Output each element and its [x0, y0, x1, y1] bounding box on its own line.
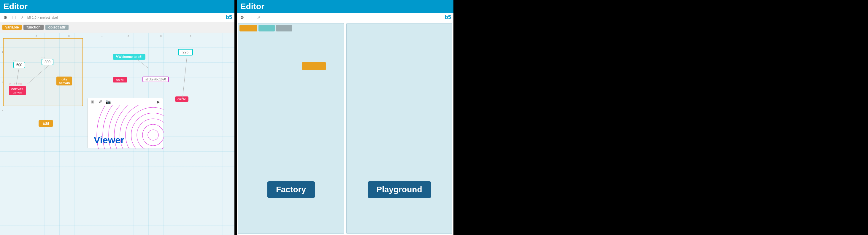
factory-tab-gray[interactable]	[276, 25, 292, 31]
node-500-portlabel: kni	[13, 59, 25, 62]
viewer-camera-icon[interactable]: 📷	[105, 99, 111, 105]
right-copy-icon[interactable]: ❏	[247, 14, 253, 21]
right-toolbar: ⚙ ❏ ↗ b5	[237, 13, 454, 22]
canvas-label: canvas	[11, 87, 24, 91]
grid-label: a	[128, 34, 129, 37]
viewer-reset-icon[interactable]: ↺	[97, 99, 103, 105]
tag-function-btn[interactable]: function	[24, 25, 43, 30]
viewer-panel: ⊞ ↺ 📷 ▶	[88, 98, 163, 148]
canvas-node-body[interactable]: canvas canvas	[9, 86, 26, 95]
left-editor-title: Editor	[4, 2, 28, 11]
svg-point-2	[137, 119, 163, 149]
node-stroke[interactable]: stroke #bd10e0	[143, 76, 169, 82]
share-icon[interactable]: ↗	[19, 14, 25, 21]
right-settings-icon[interactable]: ⚙	[239, 14, 245, 21]
viewer-toolbar: ⊞ ↺ 📷 ▶	[88, 98, 163, 105]
settings-icon[interactable]: ⚙	[2, 14, 8, 21]
factory-tab-row	[238, 24, 344, 33]
tag-object-attr-btn[interactable]: object attr	[45, 25, 68, 30]
node-city-canvas[interactable]: city canvas	[56, 76, 72, 86]
node-225[interactable]: 225	[178, 49, 193, 56]
node-300-value[interactable]: 300	[41, 59, 54, 65]
factory-tab-yellow[interactable]	[240, 25, 257, 31]
left-editor-panel: Editor ⚙ ❏ ↗ b5 1.0 > project label b5 v…	[0, 0, 235, 235]
node-500[interactable]: kni 500	[13, 59, 25, 68]
viewer-label: Viewer	[94, 135, 124, 146]
city-canvas-node[interactable]: city canvas	[56, 76, 72, 86]
welcome-node-body[interactable]: ✎Welcome to b5!	[113, 54, 146, 60]
grid-label: a	[36, 34, 37, 37]
grid-label: ...	[101, 34, 103, 37]
right-editor-title: Editor	[240, 2, 265, 11]
b5-logo-right: b5	[445, 14, 451, 21]
city-label: city	[59, 77, 70, 81]
node-canvas[interactable]: w h type canvas canvas	[9, 82, 26, 95]
city-canvas-label: canvas	[59, 81, 70, 85]
grid-label: b	[68, 34, 70, 37]
nofill-node-body[interactable]: no fill	[113, 77, 127, 82]
canvas-w-label: w	[9, 82, 11, 85]
svg-line-12	[183, 56, 187, 99]
canvas-sublabel: canvas	[11, 91, 24, 94]
svg-point-1	[143, 124, 163, 146]
factory-tab-teal[interactable]	[258, 25, 275, 31]
grid-label: c	[190, 34, 191, 37]
b5-logo-left: b5	[226, 14, 232, 21]
node-300[interactable]: kni 300	[41, 56, 54, 65]
canvas-type-label: type	[18, 82, 22, 85]
factory-pane: Factory	[238, 23, 344, 234]
breadcrumb: b5 1.0 > project label	[27, 16, 58, 19]
tag-variable-btn[interactable]: variable	[2, 25, 22, 30]
left-toolbar: ⚙ ❏ ↗ b5 1.0 > project label b5	[0, 13, 235, 22]
viewer-canvas: Viewer	[88, 105, 163, 149]
tag-row: variable function object attr	[0, 22, 235, 33]
viewer-grid-icon[interactable]: ⊞	[90, 99, 96, 105]
factory-label[interactable]: Factory	[267, 181, 315, 198]
right-editor-panel: Editor ⚙ ❏ ↗ b5 Factory	[237, 0, 454, 235]
canvas-h-label: h	[14, 82, 15, 85]
playground-label[interactable]: Playground	[367, 181, 431, 198]
circle-node-body[interactable]: circle	[175, 96, 188, 102]
right-canvas-area: Factory Playground	[237, 22, 454, 235]
grid-label: b	[160, 34, 162, 37]
copy-icon[interactable]: ❏	[11, 14, 17, 21]
left-editor-header: Editor	[0, 0, 235, 13]
right-editor-header: Editor	[237, 0, 454, 13]
node-300-portlabel: kni	[41, 56, 54, 59]
selection-box	[3, 38, 83, 106]
right-share-icon[interactable]: ↗	[256, 14, 262, 21]
factory-horizontal-line	[238, 83, 344, 83]
playground-pane: Playground	[346, 23, 452, 234]
node-nofill[interactable]: no fill	[113, 77, 127, 82]
node-circle[interactable]: circle	[175, 96, 188, 102]
left-canvas-area[interactable]: a b 1 2 3 a b c ... 8 kni 500 kni 300 w …	[0, 33, 235, 235]
node-225-value[interactable]: 225	[178, 49, 193, 56]
viewer-play-icon[interactable]: ▶	[155, 99, 161, 105]
stroke-node-body[interactable]: stroke #bd10e0	[143, 76, 169, 82]
svg-point-0	[148, 130, 158, 140]
svg-point-3	[131, 113, 163, 149]
node-500-value[interactable]: 500	[13, 62, 25, 68]
grid-label: 3	[2, 110, 3, 113]
add-button[interactable]: add	[38, 120, 53, 127]
node-welcome[interactable]: ✎Welcome to b5!	[113, 54, 146, 60]
factory-yellow-rect	[302, 62, 326, 70]
svg-line-13	[136, 59, 148, 68]
playground-horizontal-line	[347, 83, 452, 83]
